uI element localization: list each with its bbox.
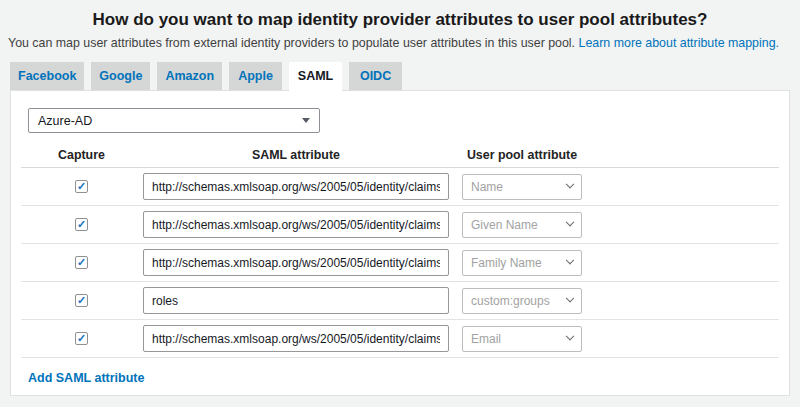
saml-provider-dropdown[interactable]: Azure-AD xyxy=(28,108,320,133)
tab-apple[interactable]: Apple xyxy=(229,62,282,90)
user-pool-attribute-value: Name xyxy=(471,180,503,194)
chevron-down-icon xyxy=(566,217,574,225)
chevron-down-icon xyxy=(566,255,574,263)
provider-tabs: Facebook Google Amazon Apple SAML OIDC xyxy=(10,62,800,90)
capture-checkbox[interactable]: ✓ xyxy=(75,218,88,231)
user-pool-attribute-value: custom:groups xyxy=(471,294,550,308)
table-row: ✓ Email xyxy=(21,320,779,358)
page-description: You can map user attributes from externa… xyxy=(8,36,800,50)
table-row: ✓ Given Name xyxy=(21,206,779,244)
user-pool-attribute-value: Given Name xyxy=(471,218,538,232)
chevron-down-icon xyxy=(566,331,574,339)
saml-mapping-panel: Azure-AD Capture SAML attribute User poo… xyxy=(10,90,790,396)
capture-checkbox[interactable]: ✓ xyxy=(75,294,88,307)
column-header-capture: Capture xyxy=(29,148,134,162)
tab-facebook[interactable]: Facebook xyxy=(10,62,84,90)
saml-attribute-input[interactable] xyxy=(143,287,449,314)
attribute-mapping-table: Capture SAML attribute User pool attribu… xyxy=(21,142,779,358)
table-row: ✓ Family Name xyxy=(21,244,779,282)
table-row: ✓ custom:groups xyxy=(21,282,779,320)
user-pool-attribute-select[interactable]: Name xyxy=(462,174,582,200)
table-row: ✓ Name xyxy=(21,168,779,206)
saml-attribute-input[interactable] xyxy=(143,173,449,200)
page-title: How do you want to map identity provider… xyxy=(0,0,800,30)
capture-checkbox[interactable]: ✓ xyxy=(75,332,88,345)
saml-attribute-input[interactable] xyxy=(143,211,449,238)
page-description-text: You can map user attributes from externa… xyxy=(8,36,575,50)
tab-amazon[interactable]: Amazon xyxy=(157,62,222,90)
capture-checkbox[interactable]: ✓ xyxy=(75,256,88,269)
user-pool-attribute-select[interactable]: Family Name xyxy=(462,250,582,276)
column-header-user-pool-attribute: User pool attribute xyxy=(462,148,582,162)
column-header-saml-attribute: SAML attribute xyxy=(143,148,449,162)
table-header-row: Capture SAML attribute User pool attribu… xyxy=(21,142,779,168)
tab-google[interactable]: Google xyxy=(91,62,150,90)
capture-checkbox[interactable]: ✓ xyxy=(75,180,88,193)
tab-saml[interactable]: SAML xyxy=(289,62,342,91)
saml-attribute-input[interactable] xyxy=(143,325,449,352)
chevron-down-icon xyxy=(566,179,574,187)
user-pool-attribute-select[interactable]: Email xyxy=(462,326,582,352)
user-pool-attribute-value: Family Name xyxy=(471,256,542,270)
chevron-down-icon xyxy=(566,293,574,301)
tab-oidc[interactable]: OIDC xyxy=(349,62,402,90)
saml-attribute-input[interactable] xyxy=(143,249,449,276)
user-pool-attribute-value: Email xyxy=(471,332,501,346)
user-pool-attribute-select[interactable]: Given Name xyxy=(462,212,582,238)
saml-provider-dropdown-value: Azure-AD xyxy=(38,114,92,128)
add-saml-attribute-link[interactable]: Add SAML attribute xyxy=(28,371,144,385)
learn-more-link[interactable]: Learn more about attribute mapping. xyxy=(579,36,779,50)
user-pool-attribute-select[interactable]: custom:groups xyxy=(462,288,582,314)
chevron-down-icon xyxy=(302,118,310,123)
